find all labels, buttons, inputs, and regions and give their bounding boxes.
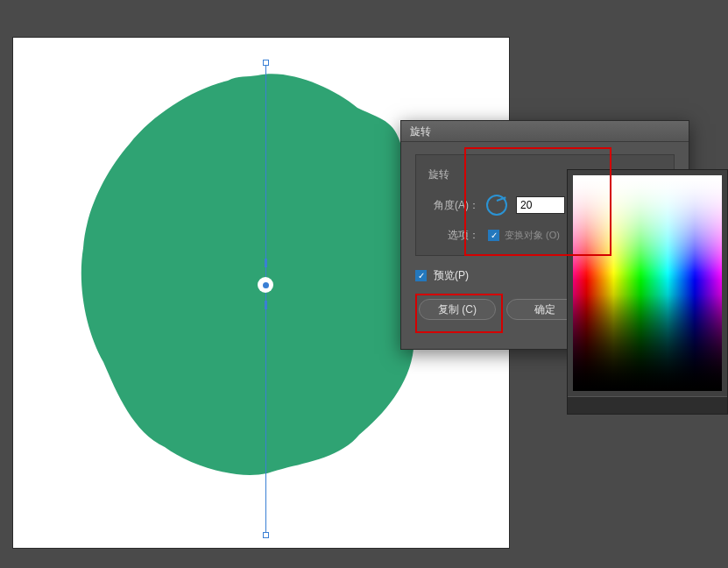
preview-label: 预览(P) <box>434 268 469 283</box>
angle-label: 角度(A)： <box>434 198 479 213</box>
transform-object-label: 变换对象 (O) <box>505 229 560 242</box>
color-panel-footer <box>568 396 727 414</box>
ok-button-label: 确定 <box>534 302 555 317</box>
spectrum-white-fade <box>573 175 722 280</box>
copy-button[interactable]: 复制 (C) <box>419 299 496 320</box>
selection-handle-top[interactable] <box>263 60 269 66</box>
color-spectrum-panel[interactable] <box>567 169 728 415</box>
transform-object-checkbox[interactable] <box>488 230 499 241</box>
pivot-tick-top <box>265 259 267 267</box>
dialog-titlebar[interactable]: 旋转 <box>401 121 689 142</box>
angle-input[interactable] <box>516 196 565 214</box>
selection-handle-bottom[interactable] <box>263 532 269 538</box>
options-label: 选项： <box>448 228 479 243</box>
dialog-title: 旋转 <box>410 125 431 138</box>
angle-dial-icon[interactable] <box>486 195 507 216</box>
artwork-shape[interactable] <box>70 68 442 485</box>
copy-button-label: 复制 (C) <box>438 302 477 317</box>
pivot-tick-bottom <box>265 301 267 309</box>
rotation-axis-line <box>265 62 266 537</box>
rotation-pivot-center <box>263 282 269 288</box>
preview-checkbox[interactable] <box>415 270 427 281</box>
spectrum-black-fade <box>573 295 722 391</box>
